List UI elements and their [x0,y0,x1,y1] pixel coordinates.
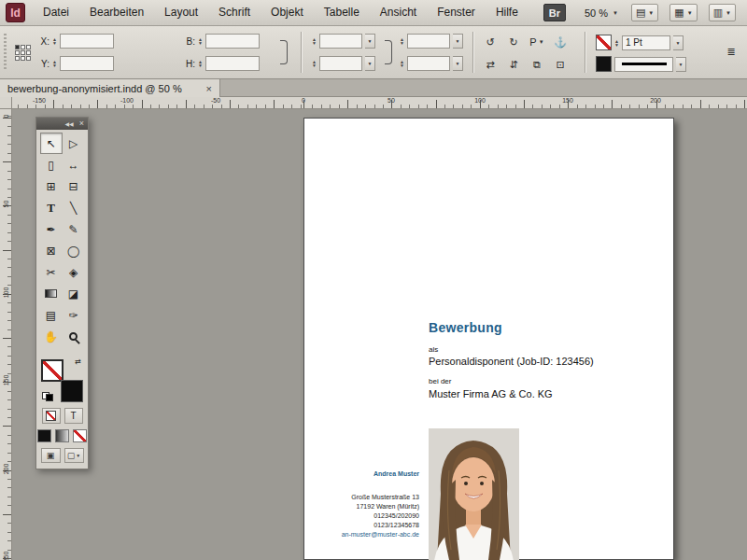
apply-color-button[interactable] [37,429,51,442]
stroke-style-dropdown[interactable]: ▼ [676,57,686,72]
menu-item-schrift[interactable]: Schrift [208,0,261,25]
page-tool[interactable]: ▯ [40,154,63,175]
shear-dropdown[interactable]: ▼ [453,56,463,71]
flip-vertical-button[interactable]: ⇵ [503,56,524,73]
stroke-black-swatch[interactable] [61,380,83,402]
menu-item-layout[interactable]: Layout [154,0,208,25]
type-tool[interactable]: T [40,197,63,218]
menu-item-tabelle[interactable]: Tabelle [314,0,370,25]
height-stepper[interactable]: ▲▼ [198,60,203,67]
normal-view-mode-button[interactable]: ▣ [41,448,61,463]
rotation-input[interactable] [407,34,450,49]
gap-tool[interactable]: ↔ [63,154,85,175]
scale-x-stepper[interactable]: ▲▼ [312,37,317,45]
formatting-affects-text-button[interactable]: T [64,408,83,424]
direct-selection-tool[interactable]: ▷ [63,133,85,154]
menu-item-bearbeiten[interactable]: Bearbeiten [79,0,154,25]
stroke-weight-input[interactable] [622,35,670,50]
ruler-origin-corner[interactable] [0,97,12,109]
free-transform-tool[interactable]: ◈ [63,261,85,283]
tools-panel-header[interactable]: ◀◀ × [36,118,88,130]
constrain-dimensions-link-icon[interactable] [280,40,288,64]
swap-fill-stroke-icon[interactable]: ⇄ [75,358,81,366]
shear-input[interactable] [407,56,450,71]
menu-item-fenster[interactable]: Fenster [427,0,486,25]
default-fill-stroke-icon[interactable] [42,392,53,401]
close-panel-icon[interactable]: × [79,119,84,128]
scale-y-dropdown[interactable]: ▼ [365,56,375,71]
menu-item-datei[interactable]: Datei [33,0,79,25]
x-stepper[interactable]: ▲▼ [52,37,57,45]
gradient-swatch-tool[interactable] [40,283,63,304]
menu-item-ansicht[interactable]: Ansicht [370,0,427,25]
scale-x-input[interactable] [319,34,362,49]
collapse-panel-icon[interactable]: ◀◀ [65,121,74,127]
pen-tool[interactable]: ✒ [40,218,63,240]
scale-y-stepper[interactable]: ▲▼ [312,60,317,67]
bridge-button[interactable]: Br [543,4,566,21]
stroke-none-swatch[interactable] [596,35,612,50]
pasteboard[interactable]: Bewerbung als Personaldisponent (Job-ID:… [12,109,747,560]
scissors-tool[interactable]: ✂ [40,261,63,283]
rectangle-frame-tool[interactable]: ⊠ [40,240,63,261]
rotation-dropdown[interactable]: ▼ [453,34,463,49]
scale-y-input[interactable] [319,56,362,71]
ellipse-tool-icon: ◯ [67,245,79,258]
flip-horizontal-button[interactable]: ⇄ [480,56,500,73]
reference-point-proxy[interactable] [15,45,31,61]
line-tool[interactable]: ╲ [63,197,85,218]
zoom-tool-icon [69,332,78,341]
tab-close-icon[interactable]: × [199,83,212,94]
fill-color-swatch[interactable] [596,56,612,72]
selection-tool[interactable]: ↖ [40,133,63,154]
apply-none-button[interactable] [73,429,87,442]
y-stepper[interactable]: ▲▼ [52,60,57,67]
rotate-ccw-button[interactable]: ↺ [480,34,500,50]
document-page[interactable]: Bewerbung als Personaldisponent (Job-ID:… [303,118,674,560]
stroke-style-preview[interactable] [614,57,673,72]
eyedropper-tool[interactable]: ✑ [63,304,85,326]
hand-tool[interactable]: ✋ [40,326,63,347]
fit-content-button[interactable]: ⊡ [550,56,571,73]
menu-item-objekt[interactable]: Objekt [261,0,314,25]
x-position-input[interactable] [60,34,114,49]
page-tool-icon: ▯ [48,159,54,172]
content-collector-tool[interactable]: ⊞ [40,175,63,197]
stroke-weight-stepper[interactable]: ▲▼ [614,39,619,47]
fill-none-swatch[interactable] [41,359,63,382]
formatting-affects-container-button[interactable] [42,408,61,424]
height-input[interactable] [205,56,260,71]
content-placer-tool[interactable]: ⊟ [63,175,85,197]
rotate-cw-button[interactable]: ↻ [503,34,524,50]
workspace-switcher-button[interactable]: ▥ ▼ [709,4,736,21]
preview-mode-button[interactable]: ▢▼ [64,448,84,463]
y-position-input[interactable] [60,56,114,71]
stroke-weight-dropdown[interactable]: ▼ [673,35,684,50]
view-options-button[interactable]: ▤ ▼ [631,4,658,21]
apply-gradient-button[interactable] [55,429,69,442]
panel-grip[interactable] [4,34,7,71]
gradient-feather-tool[interactable]: ◪ [63,283,85,304]
width-stepper[interactable]: ▲▼ [198,37,203,45]
select-container-button[interactable]: ⧉ [527,56,547,73]
ruler-label: 200 [650,97,661,104]
width-input[interactable] [205,34,260,49]
arrange-documents-button[interactable]: ▦ ▼ [669,4,697,21]
quick-apply-button[interactable]: P ▼ [527,34,547,50]
rotation-stepper[interactable]: ▲▼ [400,37,404,45]
panel-menu-button[interactable]: ≣ [721,43,741,60]
x-position-label: X: [37,36,49,47]
zoom-tool[interactable] [63,326,85,347]
anchor-object-button[interactable]: ⚓ [550,34,571,50]
vertical-ruler[interactable]: 0 50 100 150 200 250 [0,109,12,560]
document-tab[interactable]: bewerbung-anonymisiert.indd @ 50 % × [0,79,220,97]
horizontal-ruler[interactable]: -150 -100 -50 0 50 100 150 200 [12,97,747,109]
menu-item-hilfe[interactable]: Hilfe [486,0,529,25]
note-tool[interactable]: ▤ [40,304,63,326]
constrain-scale-link-icon[interactable] [385,40,392,64]
zoom-level-dropdown[interactable]: 50 % ▼ [581,6,622,21]
ellipse-tool[interactable]: ◯ [63,240,85,261]
scale-x-dropdown[interactable]: ▼ [365,34,375,49]
pencil-tool[interactable]: ✎ [63,218,85,240]
shear-stepper[interactable]: ▲▼ [400,60,404,67]
